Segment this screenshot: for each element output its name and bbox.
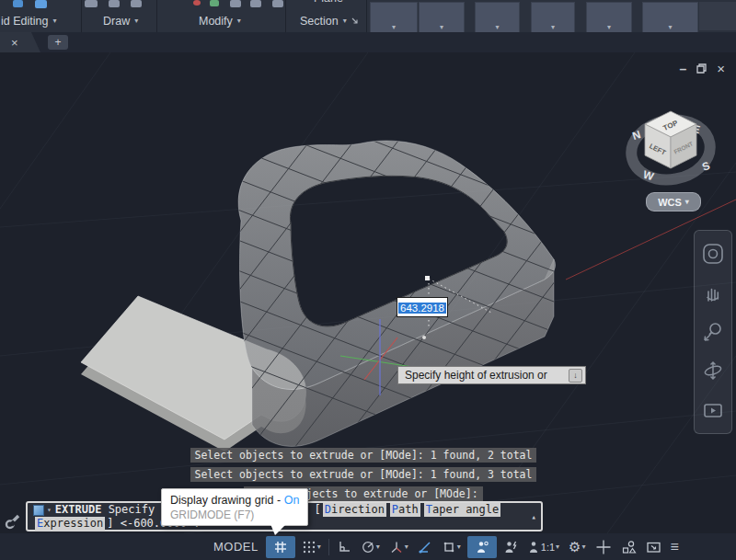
viewcube[interactable]: N E S W TOP LEFT FRONT	[607, 87, 736, 207]
command-customize-wrench-icon[interactable]	[5, 511, 23, 530]
ribbon-panel-section[interactable]: Section ▾	[300, 12, 360, 30]
ortho-icon	[337, 540, 351, 554]
new-drawing-tab-button[interactable]: +	[48, 35, 68, 50]
chevron-down-icon[interactable]: ▾	[582, 543, 586, 551]
navigation-wheel-icon[interactable]	[701, 242, 725, 266]
track-point-marker	[425, 276, 430, 280]
grid-icon	[273, 540, 288, 554]
zoom-icon[interactable]	[701, 320, 725, 344]
viewport[interactable]: – × N E S W TOP LEFT FRONT	[0, 52, 736, 533]
panel-label: Modify	[199, 15, 233, 28]
option-rest: aper angle	[432, 503, 499, 516]
command-history: Select objects to extrude or [MOde]: 1 f…	[0, 448, 727, 501]
ribbon-icon-fragment	[250, 0, 261, 7]
window-controls: – ×	[679, 62, 725, 75]
chevron-down-icon: ▾	[685, 199, 689, 206]
workspace-switching-button[interactable]: ⚙ ▾	[566, 536, 588, 558]
wcs-dropdown[interactable]: WCS ▾	[646, 192, 701, 211]
snap-mode-button[interactable]: ▾	[299, 536, 324, 558]
isolate-objects-button[interactable]	[618, 536, 639, 558]
option-hotkey: T	[426, 503, 432, 516]
grid-tooltip-shortcut: GRIDMODE (F7)	[170, 509, 299, 521]
grid-button-tooltip: Display drawing grid - On GRIDMODE (F7)	[161, 488, 308, 526]
annotation-visibility-button[interactable]	[467, 536, 497, 558]
track-point-dot	[422, 336, 426, 339]
pan-hand-icon[interactable]	[701, 281, 725, 305]
crosshair-icon	[595, 539, 612, 555]
command-history-expand-icon[interactable]: ▴	[532, 512, 536, 521]
isodraft-icon	[389, 540, 404, 554]
orbit-icon[interactable]	[701, 359, 725, 383]
option-path[interactable]: Path	[390, 503, 420, 517]
status-bar: MODEL ▾ ▾	[0, 533, 736, 560]
ribbon-separator	[285, 0, 286, 32]
ribbon-collapsed-panel-3[interactable]: ▾	[475, 2, 520, 32]
polar-tracking-button[interactable]: ▾	[358, 536, 383, 558]
ribbon-icon-fragment	[210, 0, 219, 6]
annotation-scale-value: 1:1	[541, 542, 555, 553]
object-snap-button[interactable]: ▾	[439, 536, 464, 558]
panel-launcher-icon[interactable]	[351, 17, 360, 26]
ribbon-panel-draw[interactable]: Draw ▾	[103, 12, 138, 30]
tooltip-pointer	[270, 524, 286, 535]
chevron-down-icon[interactable]: ▾	[134, 17, 138, 25]
option-taper-angle[interactable]: Taper angle	[424, 503, 500, 517]
grid-tooltip-label: Display drawing grid -	[170, 494, 284, 507]
tab-close-icon[interactable]: ×	[11, 37, 18, 49]
showmotion-icon[interactable]	[701, 398, 725, 422]
restore-button[interactable]	[696, 63, 707, 74]
osnap-tracking-icon	[418, 540, 432, 554]
chevron-down-icon[interactable]: ▾	[47, 507, 52, 514]
dynamic-input-value: 643.2918	[398, 303, 446, 314]
history-line: Select objects to extrude or [MOde]: 1 f…	[190, 448, 537, 463]
chevron-down-icon: ▾	[551, 24, 555, 31]
object-snap-tracking-button[interactable]	[415, 536, 435, 558]
clean-screen-button[interactable]	[643, 536, 664, 558]
chevron-down-icon[interactable]: ▾	[405, 543, 408, 551]
autocad-window: Plane id Editing ▾ Draw ▾ Modify ▾ Secti…	[0, 0, 736, 560]
crosshair-button[interactable]	[592, 536, 615, 558]
ribbon-collapsed-panel-4[interactable]: ▾	[531, 2, 575, 32]
option-rest: irection	[331, 503, 385, 516]
grid-display-button[interactable]	[266, 536, 295, 558]
annotation-autoscale-button[interactable]	[500, 536, 521, 558]
ribbon-collapsed-panel-2[interactable]: ▾	[419, 2, 465, 32]
customization-button[interactable]: ≡	[668, 536, 682, 558]
chevron-down-icon[interactable]: ▾	[457, 543, 461, 551]
option-direction[interactable]: Direction	[323, 503, 386, 517]
chevron-down-icon: ▾	[607, 24, 611, 31]
command-cube-icon[interactable]	[33, 505, 44, 516]
ribbon-icon-fragment	[131, 0, 142, 7]
chevron-down-icon[interactable]: ▾	[343, 17, 347, 25]
isolate-objects-icon	[621, 540, 637, 554]
file-tab-bar: × +	[0, 32, 736, 52]
ribbon-collapsed-panel-1[interactable]: ▾	[370, 2, 418, 32]
panel-label: id Editing	[1, 15, 48, 28]
chevron-down-icon[interactable]: ▾	[317, 543, 321, 551]
ribbon-collapsed-panel-5[interactable]: ▾	[586, 2, 632, 32]
ribbon-icon-fragment	[109, 0, 120, 7]
chevron-down-icon[interactable]: ▾	[556, 543, 559, 551]
ribbon-panel-modify[interactable]: Modify ▾	[199, 12, 241, 30]
grid-tooltip-title: Display drawing grid - On	[170, 494, 299, 507]
gear-icon: ⚙	[569, 540, 581, 554]
chevron-down-icon[interactable]: ▾	[376, 543, 380, 551]
ribbon-collapsed-panel-6[interactable]: ▾	[642, 2, 698, 32]
isometric-drafting-button[interactable]: ▾	[386, 536, 411, 558]
ortho-mode-button[interactable]	[334, 536, 354, 558]
ribbon: Plane id Editing ▾ Draw ▾ Modify ▾ Secti…	[0, 0, 736, 32]
annotation-scale-button[interactable]: 1:1 ▾	[524, 536, 562, 558]
dynamic-input-field[interactable]: 643.2918	[397, 297, 448, 317]
chevron-down-icon[interactable]: ▾	[52, 17, 56, 25]
cursor-prompt-tooltip: Specify height of extrusion or ↓	[397, 366, 586, 384]
ribbon-panel-solid-editing[interactable]: id Editing ▾	[1, 12, 56, 30]
option-expression[interactable]: Expression	[35, 517, 105, 531]
drawing-tab[interactable]: ×	[0, 32, 40, 52]
option-rest: ath	[398, 503, 419, 516]
panel-label: Draw	[103, 15, 130, 28]
chevron-down-icon[interactable]: ▾	[237, 17, 241, 25]
minimize-button[interactable]: –	[679, 63, 686, 75]
command-name: EXTRUDE	[55, 503, 102, 517]
close-button[interactable]: ×	[717, 62, 725, 75]
model-space-button[interactable]: MODEL	[213, 540, 259, 554]
